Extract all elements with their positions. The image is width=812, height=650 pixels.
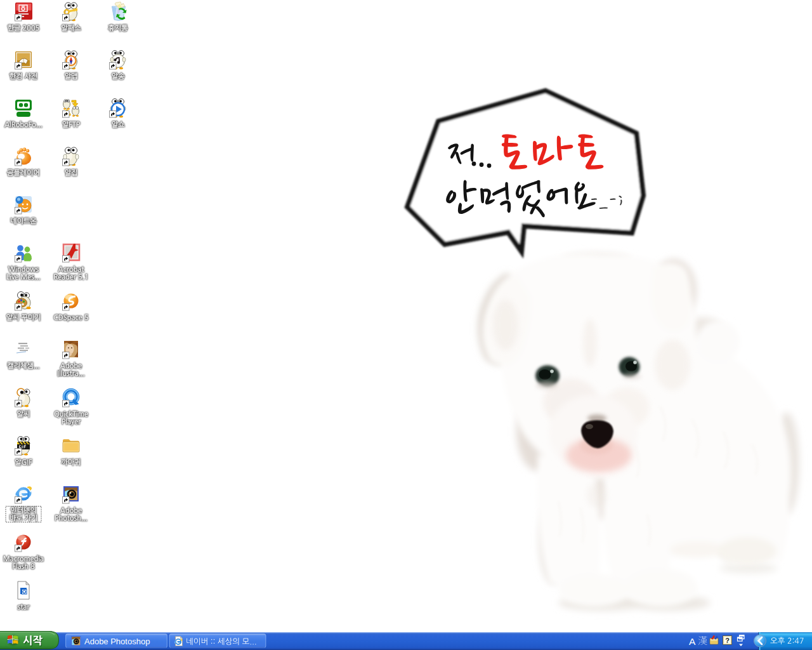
svg-text:A: A (689, 636, 696, 647)
svg-text:Adobe Photoshop: Adobe Photoshop (84, 637, 150, 646)
svg-text:?: ? (725, 637, 730, 644)
